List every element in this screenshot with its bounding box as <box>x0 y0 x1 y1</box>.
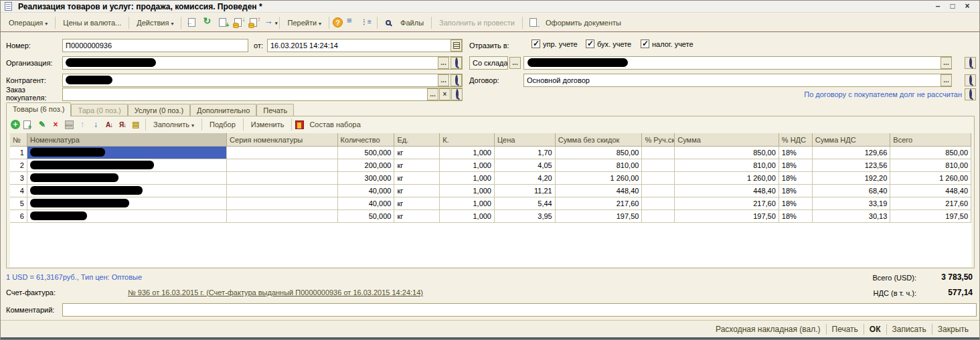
files-search-icon[interactable] <box>381 16 395 29</box>
cell-total[interactable]: 448,40 <box>890 185 971 197</box>
cell-qty[interactable]: 300,000 <box>338 172 395 185</box>
order-clear-button[interactable]: × <box>439 88 451 100</box>
debt-open-button[interactable] <box>965 88 976 100</box>
pick-button[interactable]: Подбор <box>206 118 240 131</box>
cell-sum_wo[interactable]: 197,50 <box>556 210 643 223</box>
cell-vat_sum[interactable]: 123,56 <box>813 159 891 172</box>
column-header[interactable]: Сумма <box>675 133 779 147</box>
column-header[interactable]: Номенклатура <box>27 133 227 147</box>
create-based-on-icon[interactable]: →▾ <box>262 16 276 29</box>
column-header[interactable]: Ед. <box>394 133 440 147</box>
cell-total[interactable]: 197,50 <box>890 210 971 223</box>
sort-desc-icon[interactable]: Я↓ <box>116 118 129 131</box>
debt-status-link[interactable]: По договору с покупателем долг не рассчи… <box>764 90 962 98</box>
contract-open-button[interactable] <box>965 74 976 86</box>
column-header[interactable]: % НДС <box>779 133 813 147</box>
fill-menu[interactable]: Заполнить▾ <box>149 118 198 131</box>
prices-currency-button[interactable]: Цены и валюта... <box>59 17 125 29</box>
cell-name[interactable] <box>27 172 227 185</box>
cell-num[interactable]: 6 <box>10 210 27 223</box>
cell-vat[interactable]: 18% <box>779 185 813 197</box>
change-button[interactable]: Изменить <box>247 118 289 131</box>
cell-price[interactable]: 11,21 <box>495 185 556 197</box>
customer-order-input[interactable] <box>62 88 463 101</box>
cell-num[interactable]: 2 <box>10 159 27 172</box>
cell-vat[interactable]: 18% <box>779 197 813 210</box>
cell-total[interactable]: 217,60 <box>890 197 971 210</box>
cell-k[interactable]: 1,000 <box>440 147 495 159</box>
warehouse-mode-select-button[interactable]: ... <box>509 57 521 69</box>
cell-unit[interactable]: кг <box>394 185 440 197</box>
cell-series[interactable] <box>227 197 338 210</box>
column-header[interactable]: Сумма НДС <box>813 133 891 147</box>
column-header[interactable]: Количество <box>338 133 395 147</box>
number-input[interactable]: П0000000936 <box>62 39 248 52</box>
cell-manual[interactable] <box>642 197 675 210</box>
organization-select-button[interactable]: ... <box>438 57 449 69</box>
cell-unit[interactable]: кг <box>394 147 440 159</box>
cell-num[interactable]: 5 <box>10 197 27 210</box>
cell-name[interactable] <box>27 147 227 159</box>
cell-k[interactable]: 1,000 <box>440 197 495 210</box>
cell-series[interactable] <box>227 172 338 185</box>
cell-num[interactable]: 4 <box>10 185 27 197</box>
column-header[interactable]: № <box>10 133 27 147</box>
cell-vat_sum[interactable]: 129,66 <box>813 147 891 159</box>
cell-sum_wo[interactable]: 448,40 <box>556 185 643 197</box>
coins-in-icon[interactable]: ↓ <box>231 16 245 29</box>
cell-name[interactable] <box>27 197 227 210</box>
cell-unit[interactable]: кг <box>394 172 440 185</box>
cell-sum_wo[interactable]: 217,60 <box>556 197 643 210</box>
cell-vat_sum[interactable]: 33,19 <box>813 197 891 210</box>
cell-k[interactable]: 1,000 <box>440 185 495 197</box>
organization-open-button[interactable] <box>451 57 462 69</box>
currency-rate-link[interactable]: 1 USD = 61,3167руб., Тип цен: Оптовые <box>6 273 142 281</box>
column-header[interactable]: К. <box>440 133 495 147</box>
cell-price[interactable]: 4,05 <box>495 159 556 172</box>
cell-name[interactable] <box>27 159 227 172</box>
cell-vat_sum[interactable]: 30,13 <box>813 210 891 223</box>
cell-sum_wo[interactable]: 1 260,00 <box>556 172 643 185</box>
cell-vat[interactable]: 18% <box>779 159 813 172</box>
cell-sum_wo[interactable]: 850,00 <box>556 147 643 159</box>
order-open-button[interactable] <box>451 88 463 100</box>
tab-print[interactable]: Печать <box>256 104 294 116</box>
cell-qty[interactable]: 50,000 <box>338 210 395 223</box>
checkbox-buh-uchet[interactable]: бух. учете <box>586 39 631 48</box>
cell-vat[interactable]: 18% <box>779 172 813 185</box>
tab-goods[interactable]: Товары (6 поз.) <box>6 102 71 116</box>
order-select-button[interactable]: ... <box>427 88 438 100</box>
cell-k[interactable]: 1,000 <box>440 159 495 172</box>
counterparty-input[interactable] <box>62 74 463 87</box>
close-window-button[interactable]: Закрыть <box>932 323 974 336</box>
counterparty-select-button[interactable]: ... <box>438 74 449 86</box>
cell-vat_sum[interactable]: 192,20 <box>813 172 891 185</box>
edit-row-icon[interactable]: ✎ <box>36 118 48 131</box>
cell-sum[interactable]: 448,40 <box>675 185 779 197</box>
ok-button[interactable]: ОК <box>864 323 886 336</box>
warehouse-select-button[interactable]: ... <box>941 57 952 69</box>
subordination-list-icon[interactable]: ≡ <box>344 16 358 29</box>
cell-price[interactable]: 4,20 <box>495 172 556 185</box>
cell-qty[interactable]: 500,000 <box>338 147 395 159</box>
cell-price[interactable]: 3,95 <box>495 210 556 223</box>
sort-asc-icon[interactable]: А↓ <box>103 118 115 131</box>
tab-additional[interactable]: Дополнительно <box>190 104 256 116</box>
delete-row-icon[interactable]: × <box>50 118 62 131</box>
column-header[interactable]: Серия номенклатуры <box>227 133 338 147</box>
column-header[interactable]: % Руч.ск. <box>642 133 675 147</box>
cell-vat[interactable]: 18% <box>779 210 813 223</box>
contract-select-button[interactable]: ... <box>941 74 952 86</box>
cell-qty[interactable]: 40,000 <box>338 185 395 197</box>
cell-unit[interactable]: кг <box>394 197 440 210</box>
cell-series[interactable] <box>227 159 338 172</box>
operation-menu[interactable]: Операция▾ <box>5 17 52 29</box>
cell-manual[interactable] <box>642 159 675 172</box>
column-header[interactable]: Всего <box>890 133 971 147</box>
close-button[interactable]: × <box>961 1 974 11</box>
minimize-button[interactable]: – <box>931 1 945 11</box>
contract-input[interactable]: Основной договор <box>523 74 952 87</box>
copy-add-icon[interactable]: + <box>216 16 230 29</box>
refresh-icon[interactable]: ↻ <box>200 16 214 29</box>
list-settings-icon[interactable]: ⋮≡ <box>359 16 374 29</box>
